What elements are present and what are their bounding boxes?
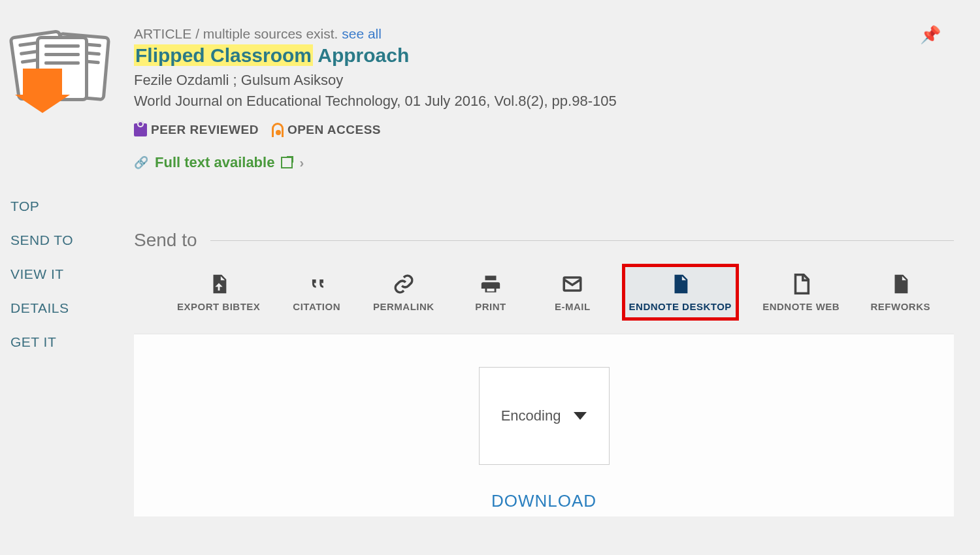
peer-reviewed-icon — [134, 123, 147, 136]
send-to-heading: Send to — [134, 230, 954, 251]
full-text-link[interactable]: 🔗 Full text available › — [134, 154, 954, 171]
see-all-link[interactable]: see all — [342, 26, 382, 41]
encoding-select[interactable]: Encoding — [479, 367, 610, 465]
sendto-email[interactable]: E-MAIL — [543, 267, 602, 317]
sidebar-item-send-to[interactable]: SEND TO — [0, 223, 134, 257]
encoding-label: Encoding — [501, 407, 561, 424]
endnote-desktop-icon — [669, 272, 691, 296]
export-panel: Encoding DOWNLOAD — [134, 334, 954, 516]
sendto-label: ENDNOTE WEB — [762, 301, 840, 312]
sendto-print[interactable]: PRINT — [461, 267, 520, 317]
print-icon — [480, 272, 502, 296]
sendto-permalink[interactable]: PERMALINK — [369, 267, 438, 317]
send-to-heading-label: Send to — [134, 230, 197, 251]
sendto-label: E-MAIL — [555, 301, 591, 312]
open-access-icon — [272, 123, 284, 137]
refworks-icon — [889, 272, 911, 296]
link-icon: 🔗 — [134, 155, 148, 170]
sendto-label: PRINT — [475, 301, 506, 312]
sidebar-item-details[interactable]: DETAILS — [0, 291, 134, 325]
sidebar-item-get-it[interactable]: GET IT — [0, 325, 134, 359]
multi-sources-label: multiple sources exist. — [203, 26, 338, 41]
sendto-endnote-web[interactable]: ENDNOTE WEB — [759, 267, 843, 317]
quote-icon — [306, 272, 328, 296]
record-title[interactable]: Flipped Classroom Approach — [134, 44, 954, 67]
sidebar-item-top[interactable]: TOP — [0, 189, 134, 223]
email-icon — [561, 272, 583, 296]
sendto-refworks[interactable]: REFWORKS — [866, 267, 934, 317]
record-authors: Fezile Ozdamli ; Gulsum Asiksoy — [134, 72, 954, 89]
record-type: ARTICLE — [134, 26, 191, 41]
sendto-label: PERMALINK — [373, 301, 434, 312]
divider — [210, 240, 954, 241]
link-icon — [393, 272, 415, 296]
title-highlight: Flipped Classroom — [134, 44, 313, 66]
endnote-web-icon — [790, 272, 812, 296]
sendto-label: REFWORKS — [870, 301, 930, 312]
sendto-label: CITATION — [293, 301, 340, 312]
sidebar-item-view-it[interactable]: VIEW IT — [0, 257, 134, 291]
sendto-endnote-desktop[interactable]: ENDNOTE DESKTOP — [625, 267, 736, 317]
external-link-icon — [281, 157, 293, 168]
open-access-label: OPEN ACCESS — [287, 123, 381, 137]
dropdown-icon — [574, 412, 587, 420]
peer-reviewed-label: PEER REVIEWED — [151, 123, 259, 137]
peer-reviewed-badge: PEER REVIEWED — [134, 123, 259, 137]
open-access-badge: OPEN ACCESS — [272, 123, 381, 137]
sendto-export-bibtex[interactable]: EXPORT BIBTEX — [173, 267, 264, 317]
chevron-right-icon: › — [299, 155, 304, 170]
record-type-line: ARTICLE / multiple sources exist. see al… — [134, 26, 954, 42]
title-rest: Approach — [313, 44, 409, 66]
file-export-icon — [208, 272, 230, 296]
download-button[interactable]: DOWNLOAD — [491, 491, 596, 511]
sendto-citation[interactable]: CITATION — [287, 267, 346, 317]
pin-icon[interactable]: 📌 — [920, 25, 941, 45]
sendto-label: ENDNOTE DESKTOP — [629, 301, 732, 312]
record-source: World Journal on Educational Technology,… — [134, 93, 954, 110]
document-type-icon — [0, 33, 134, 137]
sendto-label: EXPORT BIBTEX — [177, 301, 260, 312]
full-text-label: Full text available — [155, 154, 274, 171]
